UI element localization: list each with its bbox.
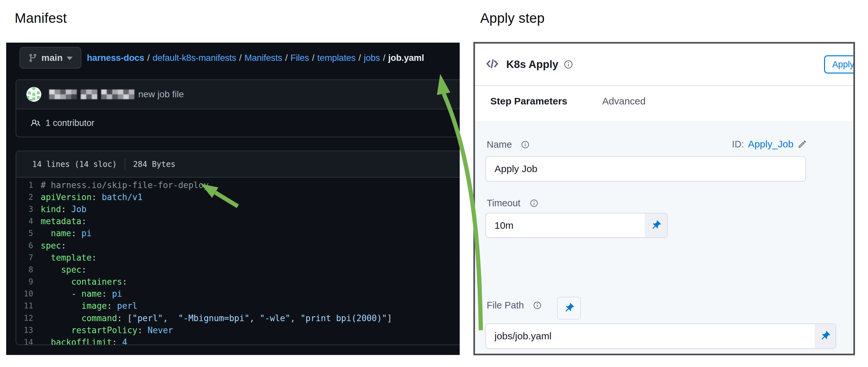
- branch-selector-button[interactable]: main: [20, 47, 81, 69]
- line-number[interactable]: 11: [16, 301, 41, 310]
- breadcrumb-item-Files[interactable]: Files: [290, 53, 309, 63]
- code-text: metadata:: [41, 216, 87, 226]
- contributors-row[interactable]: 1 contributor: [16, 109, 460, 136]
- file-size: 284 Bytes: [133, 160, 175, 169]
- code-line: 5 name: pi: [16, 227, 460, 240]
- line-number[interactable]: 7: [16, 253, 41, 262]
- tab-step-parameters[interactable]: Step Parameters: [490, 96, 567, 107]
- line-number[interactable]: 9: [16, 277, 41, 286]
- code-text: restartPolicy: Never: [41, 325, 173, 335]
- step-info-icon[interactable]: [563, 60, 573, 69]
- code-line: 2apiVersion: batch/v1: [16, 191, 460, 203]
- code-line: 11 image: perl: [16, 300, 460, 312]
- git-branch-icon: [28, 53, 37, 62]
- step-parameters-form: Name ID: Apply_Job Timeout: [475, 121, 854, 354]
- file-path-pin-toggle[interactable]: [815, 324, 835, 348]
- id-value-link[interactable]: Apply_Job: [748, 139, 794, 150]
- line-number[interactable]: 3: [16, 205, 41, 214]
- tabs-row: Step Parameters Advanced: [475, 86, 854, 121]
- code-lines: 1# harness.io/skip-file-for-deploy2apiVe…: [16, 178, 460, 345]
- people-icon: [31, 118, 40, 128]
- code-text: spec:: [41, 241, 66, 250]
- line-number[interactable]: 12: [16, 314, 41, 323]
- code-line: 13 restartPolicy: Never: [16, 324, 460, 336]
- code-line: 7 template:: [16, 251, 460, 264]
- breadcrumb-item-Manifests[interactable]: Manifests: [245, 53, 282, 63]
- breadcrumb: harness-docs/default-k8s-manifests/Manif…: [87, 42, 424, 73]
- code-line: 8 spec:: [16, 264, 460, 276]
- breadcrumb-item-default-k8s-manifests[interactable]: default-k8s-manifests: [153, 53, 236, 63]
- file-path-pin-button[interactable]: [557, 297, 581, 319]
- breadcrumb-separator: /: [309, 53, 317, 63]
- breadcrumb-item-templates[interactable]: templates: [317, 53, 355, 63]
- file-meta-bar: 14 lines (14 sloc) 284 Bytes: [16, 151, 460, 178]
- commit-message[interactable]: new job file: [138, 89, 184, 99]
- manifest-title: Manifest: [14, 10, 67, 26]
- branch-name-label: main: [41, 53, 62, 63]
- code-line: 6spec:: [16, 240, 460, 251]
- name-info-icon[interactable]: [521, 140, 530, 149]
- breadcrumb-item-job.yaml: job.yaml: [388, 53, 424, 63]
- code-text: backoffLimit: 4: [41, 337, 127, 345]
- commit-author-redacted: [49, 89, 134, 99]
- pin-icon: [561, 300, 577, 316]
- timeout-input[interactable]: [486, 213, 668, 238]
- breadcrumb-separator: /: [380, 53, 388, 63]
- code-text: spec:: [41, 265, 87, 275]
- meta-divider: [125, 158, 125, 171]
- file-path-input[interactable]: [486, 324, 836, 349]
- line-number[interactable]: 10: [16, 289, 41, 298]
- commit-card: new job file 1 contributor: [16, 80, 460, 137]
- contributor-count: 1 contributor: [45, 118, 94, 128]
- file-content-card: 14 lines (14 sloc) 284 Bytes 1# harness.…: [16, 151, 460, 345]
- edit-pencil-icon[interactable]: [797, 139, 807, 149]
- code-line: 9 containers:: [16, 276, 460, 288]
- line-number[interactable]: 14: [16, 338, 41, 345]
- name-label: Name: [487, 139, 512, 150]
- step-header: K8s Apply Apply: [475, 43, 854, 85]
- pin-icon: [648, 217, 664, 233]
- breadcrumb-item-harness-docs[interactable]: harness-docs: [87, 53, 144, 63]
- id-label: ID:: [732, 139, 744, 150]
- code-text: name: pi: [41, 228, 92, 238]
- chevron-down-icon: [67, 57, 72, 60]
- code-line: 12 command: ["perl", "-Mbignum=bpi", "-w…: [16, 312, 460, 324]
- code-text: containers:: [41, 277, 127, 287]
- line-number[interactable]: 6: [16, 241, 41, 250]
- breadcrumb-separator: /: [355, 53, 364, 63]
- breadcrumb-item-jobs[interactable]: jobs: [364, 53, 380, 63]
- code-line: 10 - name: pi: [16, 288, 460, 300]
- file-path-label: File Path: [487, 300, 524, 311]
- file-path-info-icon[interactable]: [533, 301, 542, 310]
- timeout-pin-toggle[interactable]: [645, 213, 667, 237]
- code-text: # harness.io/skip-file-for-deploy: [41, 180, 209, 190]
- latest-commit-row: new job file: [16, 80, 460, 109]
- line-number[interactable]: 2: [16, 193, 41, 202]
- code-step-icon: [486, 58, 499, 71]
- avatar[interactable]: [26, 87, 41, 102]
- breadcrumb-separator: /: [282, 53, 290, 63]
- code-text: command: ["perl", "-Mbignum=bpi", "-wle"…: [41, 313, 392, 323]
- github-file-panel: main harness-docs/default-k8s-manifests/…: [6, 42, 460, 355]
- apply-button[interactable]: Apply: [824, 55, 855, 73]
- line-number[interactable]: 13: [16, 326, 41, 335]
- code-line: 1# harness.io/skip-file-for-deploy: [16, 179, 460, 191]
- breadcrumb-separator: /: [236, 53, 244, 63]
- code-line: 4metadata:: [16, 215, 460, 227]
- line-number[interactable]: 4: [16, 217, 41, 226]
- code-line: 3kind: Job: [16, 203, 460, 215]
- apply-step-title: Apply step: [480, 10, 545, 26]
- breadcrumb-separator: /: [144, 53, 152, 63]
- line-number[interactable]: 1: [16, 181, 41, 190]
- code-text: image: perl: [41, 301, 137, 311]
- name-input[interactable]: [486, 156, 806, 182]
- line-number[interactable]: 5: [16, 229, 41, 238]
- step-title: K8s Apply: [506, 58, 558, 70]
- tab-advanced[interactable]: Advanced: [602, 96, 646, 107]
- timeout-label: Timeout: [487, 198, 521, 209]
- k8s-apply-step-panel: K8s Apply Apply Step Parameters Advanced…: [473, 42, 855, 355]
- code-text: apiVersion: batch/v1: [41, 192, 143, 202]
- line-number[interactable]: 8: [16, 265, 41, 274]
- code-text: template:: [41, 253, 97, 263]
- timeout-info-icon[interactable]: [530, 199, 538, 208]
